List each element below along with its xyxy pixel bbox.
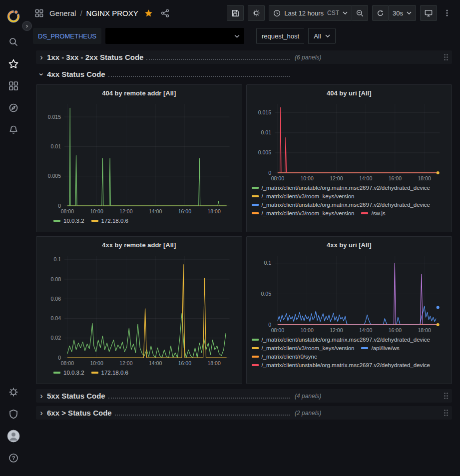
row-title: 4xx Status Code [47, 70, 105, 78]
search-icon[interactable] [3, 31, 23, 53]
legend-label: /_matrix/client/unstable/org.matrix.msc2… [262, 185, 431, 191]
panel-title[interactable]: 404 by remote addr [All] [41, 88, 237, 100]
panel-title[interactable]: 404 by uri [All] [252, 88, 447, 100]
legend-item[interactable]: /_matrix/client/r0/sync [252, 354, 317, 360]
legend-label: /sw.js [371, 210, 385, 216]
legend-label: /_matrix/client/unstable/org.matrix.msc2… [262, 337, 431, 343]
breadcrumb-section[interactable]: General [49, 9, 76, 17]
legend-label: /_matrix/client/r0/sync [262, 354, 317, 360]
row-dotted-leader [146, 59, 290, 60]
tv-mode-button[interactable] [420, 5, 437, 21]
timeseries-chart: 00.020.040.060.080.108:0010:0012:0014:00… [41, 252, 237, 368]
refresh-interval-dropdown[interactable]: 30s [388, 5, 416, 21]
panel-title[interactable]: 4xx by uri [All] [252, 240, 447, 252]
legend-swatch [252, 204, 259, 206]
panel-legend: /_matrix/client/unstable/org.matrix.msc2… [252, 183, 447, 228]
svg-text:08:00: 08:00 [271, 175, 284, 181]
panel-404-by-remote-addr: 404 by remote addr [All] 00.0050.010.015… [36, 84, 242, 232]
kebab-menu-icon[interactable] [441, 7, 453, 19]
svg-text:0: 0 [58, 203, 61, 209]
legend-item[interactable]: /_matrix/client/v3/room_keys/version [252, 345, 355, 351]
dashboard-settings-button[interactable] [248, 5, 265, 21]
svg-text:0: 0 [268, 322, 271, 328]
svg-text:18:00: 18:00 [208, 208, 221, 214]
legend-label: /_matrix/client/v3/room_keys/version [262, 210, 355, 216]
svg-text:0.05: 0.05 [261, 291, 271, 297]
legend-label: 172.18.0.6 [101, 218, 128, 224]
dashboard-canvas: › 1xx - 3xx - 2xx Status Code (6 panels)… [27, 46, 460, 476]
row-title: 1xx - 3xx - 2xx Status Code [47, 53, 143, 61]
row-5xx[interactable]: › 5xx Status Code (4 panels) [36, 389, 452, 403]
row-6xx[interactable]: › 6xx > Status Code (2 panels) [36, 406, 452, 420]
time-range-label: Last 12 hours [284, 9, 324, 17]
zoom-out-button[interactable] [352, 5, 368, 21]
row-title: 5xx Status Code [47, 392, 105, 400]
legend-item[interactable]: /sw.js [361, 210, 385, 216]
legend-item[interactable]: 10.0.3.2 [53, 370, 84, 376]
timezone-label: CST [327, 9, 339, 16]
save-dashboard-button[interactable] [227, 5, 244, 21]
svg-text:18:00: 18:00 [208, 360, 221, 366]
timeseries-chart: 00.050.108:0010:0012:0014:0016:0018:00 [252, 252, 447, 335]
sidebar-expand-button[interactable]: › [22, 21, 32, 31]
breadcrumb-separator: / [80, 9, 82, 17]
legend-swatch [252, 356, 259, 358]
datasource-variable-label[interactable]: DS_PROMETHEUS [33, 28, 101, 44]
datasource-value-select[interactable] [105, 28, 244, 44]
request-host-value-select[interactable]: All [308, 28, 335, 44]
row-drag-handle[interactable] [444, 393, 448, 399]
legend-item[interactable]: /_matrix/client/unstable/org.matrix.msc2… [252, 337, 431, 343]
row-dotted-leader [108, 76, 290, 77]
legend-item[interactable]: /_matrix/client/unstable/org.matrix.msc2… [252, 185, 431, 191]
help-icon[interactable]: ? [3, 447, 23, 469]
svg-text:?: ? [12, 455, 15, 461]
apps-grid-icon[interactable] [33, 7, 45, 19]
panel-legend: 10.0.3.2172.18.0.6 [41, 368, 237, 380]
time-range-picker[interactable]: Last 12 hours CST [269, 5, 352, 21]
request-host-variable-label[interactable]: request_host [256, 28, 304, 44]
legend-item[interactable]: /_matrix/client/unstable/org.matrix.msc2… [252, 202, 431, 208]
settings-gear-icon[interactable] [3, 381, 23, 403]
dashboards-icon[interactable] [3, 75, 23, 97]
grafana-logo[interactable] [3, 5, 23, 28]
legend-item[interactable]: 172.18.0.6 [91, 218, 128, 224]
row-collapse-chevron-icon: › [36, 53, 47, 62]
legend-swatch [53, 372, 60, 374]
panel-4xx-by-uri: 4xx by uri [All] 00.050.108:0010:0012:00… [246, 236, 453, 384]
row-1xx-3xx-2xx[interactable]: › 1xx - 3xx - 2xx Status Code (6 panels) [36, 50, 452, 64]
legend-label: /_matrix/client/unstable/org.matrix.msc2… [262, 202, 431, 208]
legend-swatch [252, 339, 259, 341]
legend-item[interactable]: 10.0.3.2 [53, 218, 84, 224]
share-icon[interactable] [159, 7, 171, 19]
legend-item[interactable]: 172.18.0.6 [91, 370, 128, 376]
favorite-star-icon[interactable] [142, 7, 155, 19]
chevron-down-icon [407, 11, 412, 14]
refresh-button[interactable] [372, 5, 389, 21]
row-title: 6xx > Status Code [47, 409, 112, 417]
dashboard-title[interactable]: NGINX PROXY [86, 9, 138, 17]
timeseries-chart: 00.0050.010.01508:0010:0012:0014:0016:00… [252, 100, 447, 183]
svg-text:10:00: 10:00 [300, 327, 313, 333]
row-drag-handle[interactable] [444, 54, 448, 60]
legend-label: /_matrix/client/v3/room_keys/version [262, 345, 355, 351]
legend-item[interactable]: /_matrix/client/unstable/org.matrix.msc2… [252, 362, 431, 368]
row-collapse-chevron-icon: › [36, 409, 47, 418]
row-4xx[interactable]: › 4xx Status Code [36, 67, 452, 81]
admin-shield-icon[interactable] [3, 403, 23, 425]
svg-text:12:00: 12:00 [330, 175, 343, 181]
svg-text:0.02: 0.02 [51, 335, 61, 341]
row-panel-count: (6 panels) [295, 54, 321, 61]
legend-item[interactable]: /_matrix/client/v3/room_keys/version [252, 210, 355, 216]
legend-item[interactable]: /api/live/ws [361, 345, 399, 351]
legend-item[interactable]: /_matrix/client/v3/room_keys/version [252, 193, 355, 199]
legend-label: 10.0.3.2 [63, 218, 84, 224]
legend-label: 10.0.3.2 [63, 370, 84, 376]
svg-text:14:00: 14:00 [359, 327, 372, 333]
row-drag-handle[interactable] [444, 410, 448, 416]
alerting-bell-icon[interactable] [3, 119, 23, 141]
user-avatar[interactable] [3, 425, 23, 447]
starred-dashboards-icon[interactable] [3, 53, 23, 75]
legend-swatch [361, 212, 368, 214]
panel-title[interactable]: 4xx by remote addr [All] [41, 240, 237, 252]
explore-compass-icon[interactable] [3, 97, 23, 119]
